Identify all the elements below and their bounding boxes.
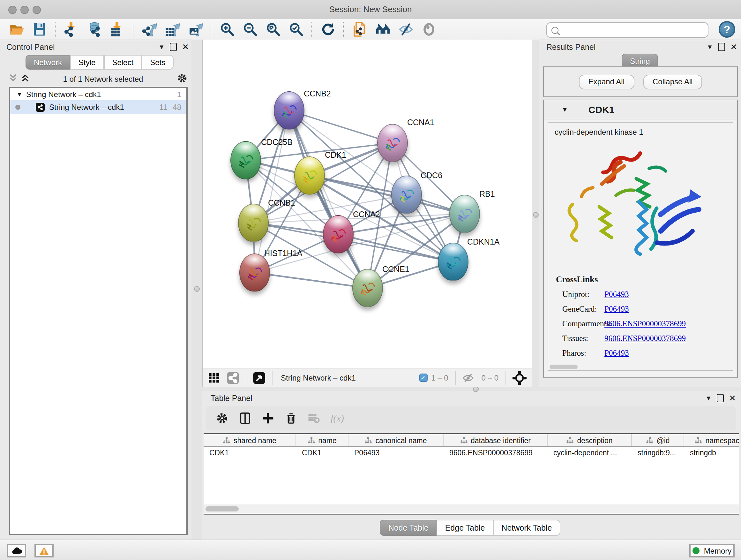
show-hide-graphics-icon[interactable] — [396, 20, 415, 38]
zoom-in-icon[interactable] — [218, 20, 237, 38]
tab-edge-table[interactable]: Edge Table — [437, 520, 493, 536]
tab-select[interactable]: Select — [104, 55, 142, 70]
network-node-CDK1[interactable] — [294, 157, 325, 195]
export-network-icon[interactable] — [140, 20, 159, 38]
column-header-namespace[interactable]: namespace — [684, 434, 739, 446]
node-label-CCNA2: CCNA2 — [353, 210, 380, 219]
left-splitter[interactable] — [192, 40, 202, 540]
network-node-HIST1H1A[interactable] — [239, 253, 270, 292]
results-panel-float-icon[interactable] — [718, 43, 725, 51]
control-panel-menu-icon[interactable]: ▼ — [158, 44, 165, 51]
first-neighbors-icon[interactable] — [374, 20, 393, 38]
results-scrollbar[interactable] — [549, 365, 578, 369]
results-entry-header[interactable]: ▼ CDK1 — [544, 100, 737, 119]
select-columns-icon[interactable] — [239, 412, 252, 425]
warnings-button[interactable] — [35, 544, 54, 557]
export-image-icon[interactable] — [186, 20, 205, 38]
delete-column-icon[interactable] — [285, 412, 297, 425]
crosslink-url[interactable]: P06493 — [604, 305, 629, 314]
table-panel-menu-icon[interactable]: ▼ — [705, 395, 712, 401]
refresh-icon[interactable] — [319, 20, 338, 38]
table-cell[interactable]: P06493 — [348, 447, 444, 458]
import-network-file-icon[interactable] — [62, 20, 81, 38]
network-edge-count: 48 — [173, 103, 181, 111]
automation-cloud-button[interactable] — [7, 544, 26, 557]
network-node-CCNB1[interactable] — [238, 204, 269, 242]
network-node-CCNB2[interactable] — [274, 91, 305, 130]
control-panel-close-icon[interactable]: ✕ — [182, 42, 189, 52]
tab-node-table[interactable]: Node Table — [380, 520, 437, 536]
expand-all-networks-icon[interactable] — [21, 73, 29, 85]
network-node-CDC25B[interactable] — [230, 141, 261, 179]
column-header-database-identifier[interactable]: database identifier — [444, 434, 548, 446]
table-cell[interactable]: cyclin-dependent ... — [548, 447, 632, 458]
tab-sets[interactable]: Sets — [142, 55, 174, 70]
save-session-icon[interactable] — [30, 20, 49, 38]
control-panel-float-icon[interactable] — [170, 43, 177, 51]
entry-collapse-icon[interactable]: ▼ — [562, 106, 568, 113]
table-cell[interactable]: CDK1 — [296, 447, 348, 458]
birds-eye-view-icon[interactable] — [253, 371, 266, 384]
table-hscrollbar[interactable] — [204, 504, 739, 513]
selected-checkbox-icon[interactable]: ✓ — [419, 374, 427, 382]
collapse-all-networks-icon[interactable] — [9, 73, 17, 85]
column-header--id[interactable]: @id — [632, 434, 684, 446]
network-view-share-icon[interactable] — [226, 371, 239, 384]
network-node-CDKN1A[interactable] — [438, 243, 468, 281]
bottom-splitter[interactable] — [202, 387, 741, 391]
zoom-out-icon[interactable] — [241, 20, 260, 38]
hidden-eye-icon[interactable] — [462, 373, 475, 383]
grid-view-icon[interactable] — [208, 372, 220, 384]
crosslink-url[interactable]: P06493 — [604, 349, 629, 358]
right-splitter[interactable] — [532, 40, 539, 387]
tab-network[interactable]: Network — [25, 55, 70, 70]
table-panel-float-icon[interactable] — [717, 394, 724, 402]
column-header-name[interactable]: name — [296, 434, 348, 446]
clone-network-icon[interactable] — [350, 20, 369, 38]
table-cell[interactable]: 9606.ENSP00000378699 — [444, 447, 548, 458]
collapse-all-button[interactable]: Collapse All — [643, 74, 702, 89]
add-column-icon[interactable] — [262, 412, 274, 425]
network-node-CCNA1[interactable] — [377, 124, 408, 162]
results-panel-menu-icon[interactable]: ▼ — [706, 44, 713, 51]
tab-style[interactable]: Style — [70, 55, 104, 70]
table-cell[interactable]: CDK1 — [204, 447, 296, 458]
search-icon — [551, 26, 558, 34]
fit-content-icon[interactable] — [264, 20, 283, 38]
zoom-selected-icon[interactable] — [286, 20, 306, 38]
network-node-CDC6[interactable] — [391, 176, 422, 214]
table-cell[interactable]: stringdb — [684, 447, 739, 458]
export-table-icon[interactable] — [163, 20, 182, 38]
network-row[interactable]: String Network – cdk1 11 48 — [10, 100, 186, 114]
crosslink-url[interactable]: 9606.ENSP00000378699 — [604, 319, 686, 329]
column-header-canonical-name[interactable]: canonical name — [348, 434, 444, 446]
crosslink-url[interactable]: P06493 — [604, 290, 629, 300]
column-header-shared-name[interactable]: shared name — [204, 434, 296, 446]
network-node-RB1[interactable] — [449, 195, 480, 233]
search-input[interactable] — [562, 25, 708, 35]
column-header-description[interactable]: description — [548, 434, 632, 446]
help-icon[interactable]: ? — [719, 21, 735, 38]
main-toolbar: ? — [0, 19, 741, 40]
table-panel-close-icon[interactable]: ✕ — [729, 393, 736, 403]
network-options-gear-icon[interactable] — [177, 72, 188, 86]
import-network-database-icon[interactable] — [85, 20, 104, 38]
import-table-icon[interactable] — [108, 20, 127, 38]
table-cell[interactable]: stringdb:9... — [632, 447, 684, 458]
table-row[interactable]: CDK1CDK1P064939606.ENSP00000378699cyclin… — [204, 447, 739, 458]
crosslink-url[interactable]: 9606.ENSP00000378699 — [604, 334, 686, 344]
crosslink-label: Pharos: — [562, 349, 604, 358]
table-gear-icon[interactable] — [216, 412, 228, 425]
tab-network-table[interactable]: Network Table — [493, 520, 560, 536]
memory-button[interactable]: Memory — [689, 544, 735, 557]
network-node-CCNA2[interactable] — [323, 215, 354, 253]
collection-collapse-icon[interactable]: ▼ — [17, 91, 22, 98]
results-panel-close-icon[interactable]: ✕ — [730, 42, 737, 52]
fit-selected-target-icon[interactable] — [513, 371, 527, 385]
network-canvas[interactable]: CCNB2 CCNA1 CDC25B CDK1 CDC6 — [202, 40, 532, 368]
network-node-CCNE1[interactable] — [352, 269, 383, 307]
network-collection-row[interactable]: ▼ String Network – cdk1 1 — [10, 88, 186, 100]
expand-all-button[interactable]: Expand All — [579, 74, 634, 89]
open-file-icon[interactable] — [7, 20, 26, 38]
bird-eye-toggle-icon[interactable] — [419, 20, 439, 38]
